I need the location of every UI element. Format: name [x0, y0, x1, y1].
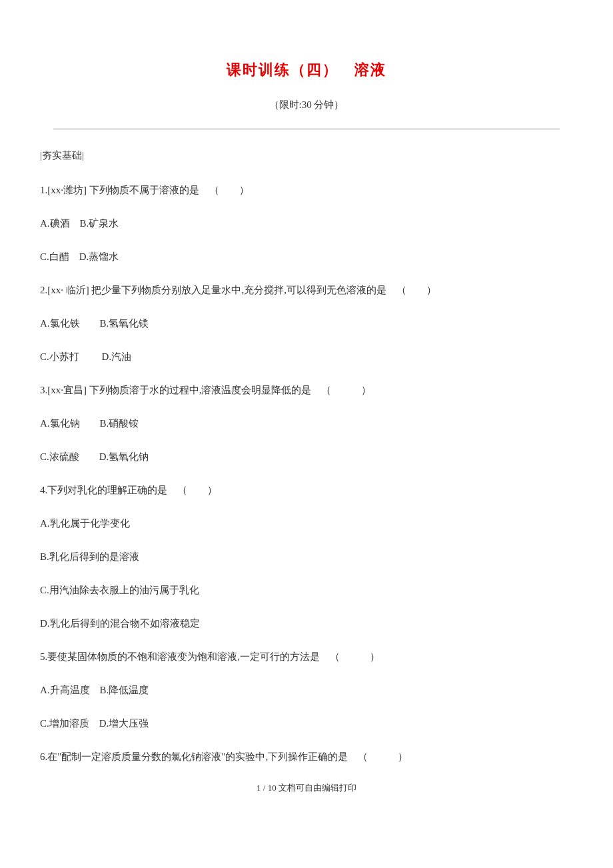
question-4-option-b: B.乳化后得到的是溶液 — [40, 549, 573, 565]
question-4-stem: 4.下列对乳化的理解正确的是 （ ） — [40, 482, 573, 498]
question-3-options-line-2: C.浓硫酸 D.氢氧化钠 — [40, 449, 573, 465]
question-2-options-line-1: A.氯化铁 B.氢氧化镁 — [40, 315, 573, 331]
question-4-option-d: D.乳化后得到的混合物不如溶液稳定 — [40, 615, 573, 631]
question-2-stem: 2.[xx· 临沂] 把少量下列物质分别放入足量水中,充分搅拌,可以得到无色溶液… — [40, 282, 573, 298]
question-2-options-line-2: C.小苏打 D.汽油 — [40, 349, 573, 365]
page-footer: 1 / 10 文档可自由编辑打印 — [40, 782, 573, 794]
page-title: 课时训练（四） 溶液 — [40, 60, 573, 80]
question-4-option-c: C.用汽油除去衣服上的油污属于乳化 — [40, 582, 573, 598]
question-5-stem: 5.要使某固体物质的不饱和溶液变为饱和溶液,一定可行的方法是 （ ） — [40, 649, 573, 665]
question-4-option-a: A.乳化属于化学变化 — [40, 515, 573, 531]
question-1-options-line-2: C.白醋 D.蒸馏水 — [40, 249, 573, 265]
time-limit: （限时:30 分钟） — [40, 99, 573, 111]
question-5-options-line-1: A.升高温度 B.降低温度 — [40, 682, 573, 698]
question-3-options-line-1: A.氯化钠 B.硝酸铵 — [40, 415, 573, 431]
question-3-stem: 3.[xx·宜昌] 下列物质溶于水的过程中,溶液温度会明显降低的是 （ ） — [40, 382, 573, 398]
question-1-stem: 1.[xx·潍坊] 下列物质不属于溶液的是 （ ） — [40, 182, 573, 198]
divider — [53, 129, 560, 129]
question-6-stem: 6.在"配制一定溶质质量分数的氯化钠溶液"的实验中,下列操作正确的是 （ ） — [40, 749, 573, 765]
section-label: |夯实基础| — [40, 149, 573, 162]
question-1-options-line-1: A.碘酒 B.矿泉水 — [40, 215, 573, 231]
question-5-options-line-2: C.增加溶质 D.增大压强 — [40, 715, 573, 731]
